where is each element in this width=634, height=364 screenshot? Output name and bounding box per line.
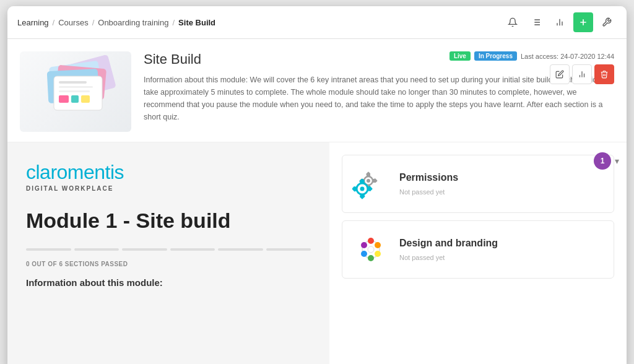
- permissions-info: Permissions Not passed yet: [399, 172, 604, 196]
- thumbnail-illustration: [23, 54, 128, 129]
- svg-rect-20: [71, 95, 79, 103]
- progress-seg-6: [266, 248, 311, 251]
- gears-icon: [352, 167, 389, 201]
- svg-point-47: [375, 242, 381, 248]
- chart-button[interactable]: [550, 12, 570, 32]
- svg-rect-18: [59, 90, 90, 92]
- module-header: Site Build Information about this module…: [7, 39, 627, 142]
- svg-point-26: [367, 179, 370, 183]
- permissions-icon-container: [352, 165, 389, 202]
- breadcrumb-sep1: /: [53, 18, 55, 27]
- left-panel: claromentis DIGITAL WORKPLACE Module 1 -…: [7, 142, 329, 364]
- delete-button[interactable]: [594, 64, 614, 84]
- palette-icon: [352, 233, 389, 267]
- app-window: Learning / Courses / Onboarding training…: [7, 6, 627, 364]
- main-content: claromentis DIGITAL WORKPLACE Module 1 -…: [7, 142, 627, 364]
- list-icon: [531, 17, 541, 27]
- top-navigation: Learning / Courses / Onboarding training…: [7, 6, 627, 39]
- svg-rect-17: [59, 86, 93, 88]
- inprogress-badge: In Progress: [474, 51, 517, 61]
- breadcrumb-sep3: /: [172, 18, 175, 27]
- permissions-status: Not passed yet: [399, 188, 604, 196]
- design-status: Not passed yet: [399, 254, 604, 261]
- bell-icon: [508, 17, 518, 27]
- scroll-indicator: 1 ▾: [594, 152, 619, 170]
- pencil-icon: [555, 70, 564, 79]
- svg-rect-16: [59, 81, 87, 84]
- permissions-name: Permissions: [399, 172, 604, 183]
- svg-point-51: [361, 242, 367, 248]
- design-icon-container: [352, 231, 389, 268]
- svg-point-50: [361, 251, 367, 257]
- progress-seg-4: [170, 248, 215, 251]
- progress-seg-2: [74, 248, 119, 251]
- progress-seg-5: [218, 248, 263, 251]
- progress-bars: [26, 248, 311, 251]
- progress-label: 0 OUT OF 6 SECTIONS PASSED: [26, 261, 311, 267]
- plus-icon: [578, 17, 588, 27]
- svg-rect-21: [81, 95, 90, 103]
- info-heading: Information about this module:: [26, 277, 311, 288]
- breadcrumb-training[interactable]: Onboarding training: [98, 18, 168, 27]
- bar-chart-icon: [578, 70, 586, 79]
- wrench-icon: [602, 17, 612, 27]
- section-card-design[interactable]: Design and branding Not passed yet: [342, 220, 614, 279]
- breadcrumb-courses[interactable]: Courses: [58, 18, 88, 27]
- live-badge: Live: [449, 51, 471, 61]
- logo-tagline: DIGITAL WORKPLACE: [26, 185, 311, 192]
- svg-point-36: [360, 186, 365, 191]
- breadcrumb-brand[interactable]: Learning: [17, 18, 49, 27]
- breadcrumb-current: Site Build: [178, 18, 215, 27]
- svg-point-49: [368, 255, 374, 261]
- svg-rect-19: [59, 95, 69, 103]
- page-badge: 1: [594, 152, 611, 170]
- action-buttons: [550, 64, 614, 84]
- logo-name: claromentis: [26, 161, 311, 184]
- chevron-down-icon[interactable]: ▾: [615, 156, 619, 166]
- module-thumbnail: [20, 51, 131, 132]
- breadcrumb: Learning / Courses / Onboarding training…: [17, 18, 215, 27]
- progress-seg-3: [122, 248, 167, 251]
- section-card-permissions[interactable]: Permissions Not passed yet: [342, 155, 614, 213]
- bell-button[interactable]: [503, 12, 523, 32]
- breadcrumb-sep2: /: [92, 18, 95, 27]
- svg-point-52: [368, 246, 374, 253]
- svg-point-48: [375, 251, 381, 257]
- nav-actions: [503, 12, 617, 32]
- edit-button[interactable]: [550, 64, 570, 84]
- design-info: Design and branding Not passed yet: [399, 238, 604, 261]
- svg-point-46: [368, 238, 374, 244]
- status-row: Live In Progress Last access: 24-07-2020…: [449, 51, 614, 84]
- last-access-label: Last access: 24-07-2020 12:44: [521, 53, 614, 60]
- chart-icon: [555, 17, 565, 27]
- claromentis-logo: claromentis DIGITAL WORKPLACE: [26, 161, 311, 192]
- design-name: Design and branding: [399, 238, 604, 249]
- right-panel: 1 ▾: [329, 142, 627, 364]
- trash-icon: [600, 70, 609, 79]
- status-badges: Live In Progress Last access: 24-07-2020…: [449, 51, 614, 61]
- settings-button[interactable]: [597, 12, 617, 32]
- module-heading: Module 1 - Site build: [26, 208, 311, 233]
- list-button[interactable]: [526, 12, 546, 32]
- stats-button[interactable]: [572, 64, 592, 84]
- add-button[interactable]: [573, 12, 593, 32]
- progress-seg-1: [26, 248, 71, 251]
